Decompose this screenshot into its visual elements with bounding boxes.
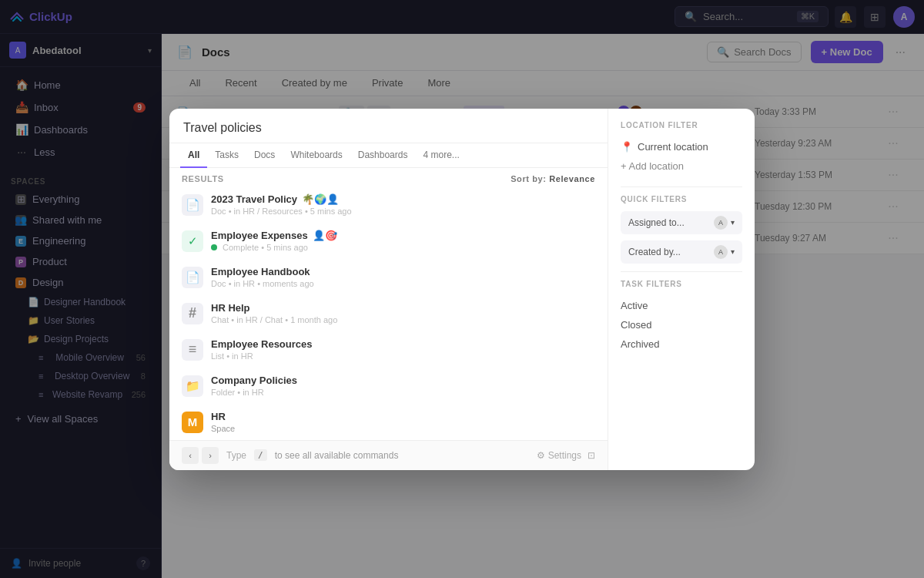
result-emoji: 👤🎯 [313,230,337,241]
result-sub: Space [211,424,595,433]
result-item-travel-policy[interactable]: 📄 2023 Travel Policy 🌴🌍👤 Doc • in HR / R… [169,187,608,223]
result-name: HR [211,411,595,422]
divider [621,187,742,187]
search-modal: All Tasks Docs Whiteboards Dashboards 4 … [169,109,755,470]
sort-by: Sort by: Relevance [511,174,595,183]
result-icon-doc2: 📄 [182,267,203,288]
settings-button[interactable]: ⚙ Settings [537,450,581,461]
gear-icon: ⚙ [537,450,545,461]
footer-slash-cmd: / [254,449,267,461]
created-by-filter[interactable]: Created by... A ▾ [621,240,742,264]
result-name: Employee Handbook [211,266,595,277]
chevron-down-icon-2: ▾ [731,247,735,256]
result-emoji: 🌴🌍👤 [302,193,339,205]
footer-type-label: Type [226,450,246,461]
result-icon-folder: 📁 [182,375,203,397]
result-info: Employee Resources List • in HR [211,338,595,361]
result-info: Employee Expenses 👤🎯 Complete • 5 mins a… [211,230,595,252]
modal-left-panel: All Tasks Docs Whiteboards Dashboards 4 … [169,109,608,470]
result-name: Company Policies [211,375,595,386]
task-filter-active[interactable]: Active [621,296,742,315]
result-info: Employee Handbook Doc • in HR • moments … [211,266,595,288]
results-label: RESULTS [182,174,224,183]
result-icon-space: M [182,412,203,433]
result-icon-list: ≡ [182,339,203,361]
modal-tabs: All Tasks Docs Whiteboards Dashboards 4 … [169,143,608,168]
sort-value: Relevance [549,174,595,183]
result-sub: Chat • in HR / Chat • 1 month ago [211,315,595,324]
result-info: HR Help Chat • in HR / Chat • 1 month ag… [211,302,595,324]
modal-tab-whiteboards[interactable]: Whiteboards [283,143,350,168]
result-icon-doc: 📄 [182,194,203,216]
task-filter-archived[interactable]: Archived [621,334,742,354]
result-icon-task: ✓ [182,230,203,252]
nav-next-button[interactable]: › [202,447,219,464]
result-info: HR Space [211,411,595,433]
modal-tab-more[interactable]: 4 more... [415,143,467,168]
nav-prev-button[interactable]: ‹ [182,447,199,464]
footer-nav: ‹ › [182,447,219,464]
modal-tab-dashboards[interactable]: Dashboards [350,143,416,168]
result-sub: Complete • 5 mins ago [211,243,595,252]
modal-results-header: RESULTS Sort by: Relevance [169,168,608,187]
result-sub: Folder • in HR [211,388,595,397]
modal-results-list: 📄 2023 Travel Policy 🌴🌍👤 Doc • in HR / R… [169,187,608,440]
modal-search-area [169,109,608,143]
modal-search-input[interactable] [183,121,594,135]
task-filter-closed[interactable]: Closed [621,315,742,334]
result-name: Employee Expenses 👤🎯 [211,230,595,241]
modal-right-panel: LOCATION FILTER 📍 Current location + Add… [608,109,755,470]
location-icon: 📍 [621,141,633,153]
result-item-employee-handbook[interactable]: 📄 Employee Handbook Doc • in HR • moment… [169,259,608,295]
result-item-hr-help[interactable]: # HR Help Chat • in HR / Chat • 1 month … [169,295,608,331]
result-item-employee-expenses[interactable]: ✓ Employee Expenses 👤🎯 Complete • 5 mins [169,223,608,259]
modal-tab-tasks[interactable]: Tasks [207,143,246,168]
result-item-hr[interactable]: M HR Space [169,404,608,440]
result-name: 2023 Travel Policy 🌴🌍👤 [211,193,595,205]
result-sub: Doc • in HR • moments ago [211,279,595,288]
task-filters-label: TASK FILTERS [621,280,742,288]
modal-tab-all[interactable]: All [180,143,207,168]
created-by-avatar: A [714,245,728,259]
footer-cmd-desc: to see all available commands [275,450,529,461]
result-item-company-policies[interactable]: 📁 Company Policies Folder • in HR [169,368,608,404]
quick-filters-label: QUICK FILTERS [621,195,742,203]
result-name: HR Help [211,302,595,314]
result-name: Employee Resources [211,338,595,350]
modal-tab-docs[interactable]: Docs [246,143,283,168]
expand-button[interactable]: ⊡ [588,450,595,461]
assigned-avatar: A [714,216,728,230]
modal-footer: ‹ › Type / to see all available commands… [169,440,608,470]
result-info: Company Policies Folder • in HR [211,375,595,397]
status-dot [211,244,217,250]
result-item-employee-resources[interactable]: ≡ Employee Resources List • in HR [169,331,608,368]
result-sub: List • in HR [211,351,595,361]
location-filter-label: LOCATION FILTER [621,121,742,129]
footer-icons: ⚙ Settings ⊡ [537,450,595,461]
divider-2 [621,271,742,272]
add-location-button[interactable]: + Add location [621,156,742,176]
result-sub: Doc • in HR / Resources • 5 mins ago [211,207,595,216]
chevron-down-icon: ▾ [731,218,735,227]
current-location-filter[interactable]: 📍 Current location [621,137,742,156]
result-icon-hash: # [182,303,203,324]
assigned-to-filter[interactable]: Assigned to... A ▾ [621,211,742,234]
result-info: 2023 Travel Policy 🌴🌍👤 Doc • in HR / Res… [211,193,595,216]
modal-overlay[interactable]: All Tasks Docs Whiteboards Dashboards 4 … [0,0,924,578]
